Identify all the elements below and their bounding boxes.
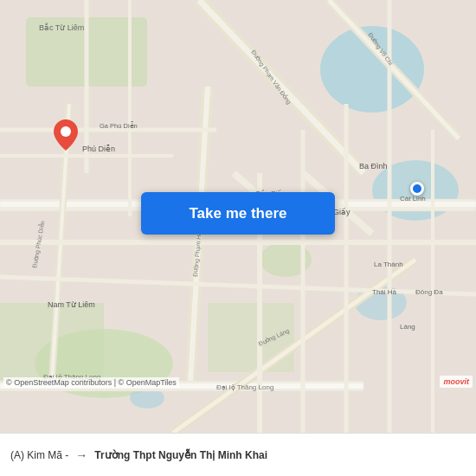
footer-bar: (A) Kim Mã - → Trường Thpt Nguyễn Thị Mi… (0, 433, 476, 476)
map-view: Bắc Từ Liêm Phú Diễn Ga Phú Diễn Đường P… (0, 0, 476, 433)
svg-text:Ga Phú Diễn: Ga Phú Diễn (100, 121, 138, 130)
map-attribution: © OpenStreetMap contributors | © OpenMap… (3, 377, 179, 388)
svg-point-57 (61, 126, 71, 137)
svg-text:Thái Hà: Thái Hà (372, 288, 397, 296)
svg-text:Nam Từ Liêm: Nam Từ Liêm (48, 300, 95, 309)
svg-rect-3 (208, 303, 294, 372)
origin-pin (54, 119, 78, 151)
svg-text:Cát Linh: Cát Linh (400, 195, 426, 203)
moovit-logo: moovit (440, 376, 473, 388)
svg-text:Láng: Láng (400, 323, 415, 331)
svg-text:La Thành: La Thành (374, 261, 403, 268)
arrow-icon: → (75, 448, 87, 462)
destination-dot (410, 182, 424, 196)
take-me-there-button[interactable]: Take me there (141, 192, 335, 235)
destination-label: Trường Thpt Nguyễn Thị Minh Khai (94, 449, 267, 461)
svg-text:Bắc Từ Liêm: Bắc Từ Liêm (39, 23, 84, 32)
svg-text:Ba Đình: Ba Đình (359, 162, 388, 170)
origin-label: (A) Kim Mã - (10, 449, 68, 461)
svg-text:Phú Diễn: Phú Diễn (82, 145, 115, 153)
svg-text:Đại lộ Thăng Long: Đại lộ Thăng Long (216, 383, 273, 391)
svg-text:Đông Đa: Đông Đa (415, 288, 443, 296)
